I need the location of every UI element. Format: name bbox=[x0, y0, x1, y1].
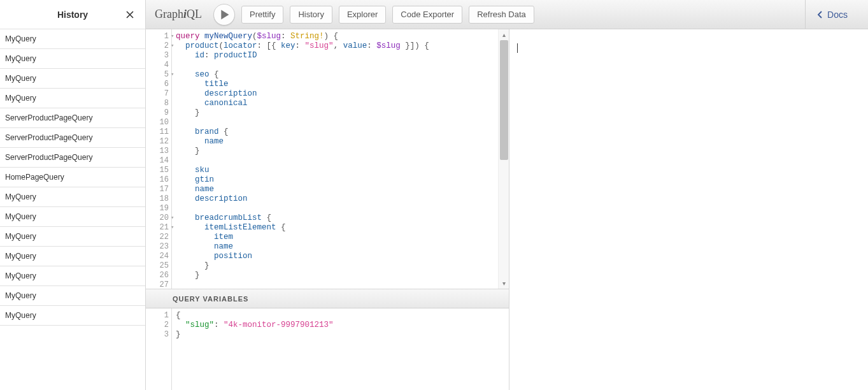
query-editor[interactable]: 1▾2▾345▾67891011121314151617181920▾21▾22… bbox=[146, 29, 509, 289]
history-button[interactable]: History bbox=[290, 6, 332, 24]
topbar: GraphiQL Prettify History Explorer Code … bbox=[146, 0, 868, 29]
variables-section: QUERY VARIABLES 123 { "slug": "4k-monito… bbox=[146, 289, 509, 390]
editor-row: 1▾2▾345▾67891011121314151617181920▾21▾22… bbox=[146, 29, 868, 390]
history-item[interactable]: MyQuery bbox=[0, 286, 145, 306]
graphiql-logo: GraphiQL bbox=[150, 8, 210, 21]
history-header: History bbox=[0, 0, 145, 29]
history-title: History bbox=[57, 10, 88, 20]
history-item[interactable]: MyQuery bbox=[0, 49, 145, 69]
history-item[interactable]: MyQuery bbox=[0, 29, 145, 49]
scroll-down-icon[interactable]: ▾ bbox=[499, 278, 509, 289]
variables-header[interactable]: QUERY VARIABLES bbox=[146, 289, 509, 308]
history-item[interactable]: ServerProductPageQuery bbox=[0, 148, 145, 168]
history-list: MyQueryMyQueryMyQueryMyQueryServerProduc… bbox=[0, 29, 145, 390]
query-gutter: 1▾2▾345▾67891011121314151617181920▾21▾22… bbox=[146, 29, 172, 289]
history-item[interactable]: MyQuery bbox=[0, 89, 145, 108]
history-item[interactable]: MyQuery bbox=[0, 306, 145, 326]
code-exporter-button[interactable]: Code Exporter bbox=[392, 6, 462, 24]
logo-text-post: QL bbox=[187, 8, 202, 20]
history-item[interactable]: MyQuery bbox=[0, 207, 145, 227]
docs-label: Docs bbox=[827, 10, 848, 20]
prettify-button[interactable]: Prettify bbox=[241, 6, 283, 24]
result-cursor bbox=[517, 43, 518, 53]
chevron-left-icon bbox=[817, 11, 823, 18]
history-item[interactable]: HomePageQuery bbox=[0, 168, 145, 187]
variables-editor[interactable]: 123 { "slug": "4k-monitor-9997901213"} bbox=[146, 308, 509, 390]
history-panel: History MyQueryMyQueryMyQueryMyQueryServ… bbox=[0, 0, 146, 390]
explorer-button[interactable]: Explorer bbox=[339, 6, 386, 24]
history-item[interactable]: MyQuery bbox=[0, 227, 145, 247]
history-item[interactable]: ServerProductPageQuery bbox=[0, 108, 145, 128]
docs-toggle[interactable]: Docs bbox=[805, 0, 862, 29]
result-pane[interactable] bbox=[509, 29, 868, 390]
scrollbar-thumb[interactable] bbox=[500, 40, 508, 160]
refresh-data-button[interactable]: Refresh Data bbox=[469, 6, 534, 24]
main-area: GraphiQL Prettify History Explorer Code … bbox=[146, 0, 868, 390]
execute-button[interactable] bbox=[213, 4, 235, 25]
editor-column: 1▾2▾345▾67891011121314151617181920▾21▾22… bbox=[146, 29, 509, 390]
history-item[interactable]: MyQuery bbox=[0, 247, 145, 266]
logo-text-pre: Graph bbox=[155, 8, 183, 20]
history-item[interactable]: MyQuery bbox=[0, 69, 145, 89]
history-item[interactable]: MyQuery bbox=[0, 266, 145, 286]
query-code[interactable]: query myNewQuery($slug: String!) { produ… bbox=[172, 29, 509, 289]
history-item[interactable]: MyQuery bbox=[0, 187, 145, 207]
variables-code[interactable]: { "slug": "4k-monitor-9997901213"} bbox=[172, 308, 509, 390]
variables-gutter: 123 bbox=[146, 308, 172, 390]
scroll-up-icon[interactable]: ▴ bbox=[499, 29, 509, 40]
close-icon[interactable] bbox=[125, 10, 135, 20]
history-item[interactable]: ServerProductPageQuery bbox=[0, 128, 145, 148]
vertical-scrollbar[interactable]: ▴ ▾ bbox=[498, 29, 509, 289]
